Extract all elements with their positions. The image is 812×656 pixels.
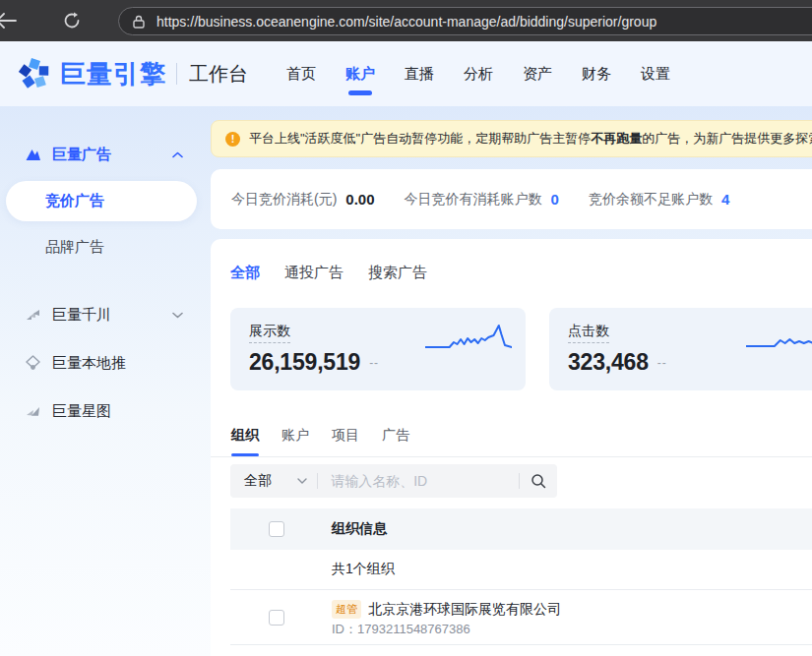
today-stats-bar: 今日竞价消耗(元) 0.00 今日竞价有消耗账户数 0 竞价余额不足账户数 4 [211, 169, 812, 229]
sidebar-item-qianchuan[interactable]: 巨量千川 [0, 295, 207, 334]
column-header-org-info: 组织信息 [332, 520, 387, 538]
tab-all[interactable]: 全部 [230, 264, 260, 282]
browser-refresh-icon[interactable] [59, 8, 85, 33]
metric-delta: -- [369, 356, 379, 370]
sidebar-item-brand-ad[interactable]: 品牌广告 [0, 227, 207, 268]
chevron-down-icon [297, 478, 307, 484]
overview-card: 全部 通投广告 搜索广告 展示数 26,159,519 -- 点击数 323,4… [211, 239, 812, 656]
tab-account[interactable]: 账户 [281, 421, 310, 456]
metric-card-clicks[interactable]: 点击数 323,468 -- [549, 308, 812, 390]
notice-banner: ! 平台上线"活跃度低"广告自动暂停功能，定期帮助广告主暂停不再跑量的广告，为新… [211, 120, 812, 157]
chevron-down-icon [172, 312, 183, 319]
entity-tabs: 组织 账户 项目 广告 [211, 421, 812, 457]
warning-icon: ! [225, 132, 240, 147]
organization-name[interactable]: 北京京港环球国际展览有限公司 [368, 601, 561, 619]
url-text: https://business.oceanengine.com/site/ac… [156, 14, 656, 30]
stat-value: 4 [721, 191, 729, 208]
sidebar-item-label: 巨量本地推 [52, 354, 126, 373]
lock-icon [133, 15, 145, 29]
sidebar-item-bidding-ad[interactable]: 竞价广告 [6, 181, 197, 221]
metric-value: 26,159,519 [249, 349, 360, 376]
stat-low-balance-accounts: 竞价余额不足账户数 4 [589, 191, 729, 209]
search-button[interactable] [520, 464, 557, 498]
sidebar-item-local-push[interactable]: 巨量本地推 [0, 343, 207, 383]
page: https://business.oceanengine.com/site/ac… [0, 0, 812, 656]
metric-card-impressions[interactable]: 展示数 26,159,519 -- [230, 308, 526, 390]
main-content: ! 平台上线"活跃度低"广告自动暂停功能，定期帮助广告主暂停不再跑量的广告，为新… [211, 106, 812, 656]
stat-label: 今日竞价有消耗账户数 [405, 191, 542, 209]
tab-search-ads[interactable]: 搜索广告 [368, 264, 427, 282]
super-admin-badge: 超管 [332, 600, 361, 619]
stat-accounts-with-cost: 今日竞价有消耗账户数 0 [405, 191, 559, 209]
workspace-title: 工作台 [189, 61, 248, 88]
brand-logo[interactable]: 巨量引擎 工作台 [16, 55, 248, 92]
star-map-icon [25, 403, 41, 420]
select-all-checkbox[interactable] [269, 521, 284, 537]
impressions-sparkline [425, 323, 512, 352]
sidebar-item-label: 巨量星图 [52, 402, 111, 421]
address-bar[interactable]: https://business.oceanengine.com/site/ac… [118, 7, 812, 35]
oceanengine-logo-icon [16, 55, 53, 92]
metric-label: 展示数 [249, 323, 290, 343]
brand-name: 巨量引擎 [60, 57, 166, 91]
sidebar-item-label: 巨量千川 [52, 306, 111, 325]
tab-feed-ads[interactable]: 通投广告 [284, 264, 344, 282]
sidebar-item-label: 竞价广告 [45, 192, 104, 210]
table-row: 超管 北京京港环球国际展览有限公司 ID：1793211548767386 [230, 590, 812, 645]
browser-back-icon[interactable] [0, 8, 19, 33]
organization-id: ID：1793211548767386 [332, 621, 470, 638]
tab-organization[interactable]: 组织 [230, 421, 260, 456]
app-header: 巨量引擎 工作台 首页 账户 直播 分析 资产 财务 设置 [0, 41, 812, 106]
clicks-sparkline [746, 323, 812, 352]
sidebar-item-star-map[interactable]: 巨量星图 [0, 391, 207, 431]
stat-value: 0.00 [345, 191, 374, 208]
nav-item-account[interactable]: 账户 [331, 55, 390, 93]
ad-section-icon [25, 147, 41, 163]
local-push-icon [25, 355, 41, 372]
sidebar-item-juliang-ad[interactable]: 巨量广告 [0, 135, 207, 174]
nav-item-home[interactable]: 首页 [272, 55, 331, 93]
search-filter-bar: 全部 [230, 464, 557, 498]
chevron-up-icon [172, 151, 183, 158]
workspace: 巨量广告 竞价广告 品牌广告 巨量千川 巨量本地推 巨量星图 [0, 106, 812, 656]
nav-item-finance[interactable]: 财务 [567, 55, 626, 93]
table-header-row: 组织信息 [230, 508, 812, 550]
row-checkbox[interactable] [269, 610, 284, 626]
stat-label: 竞价余额不足账户数 [589, 191, 713, 209]
stat-label: 今日竞价消耗(元) [231, 191, 337, 209]
sidebar-item-label: 巨量广告 [52, 146, 111, 164]
sidebar-item-label: 品牌广告 [45, 238, 104, 257]
nav-item-analysis[interactable]: 分析 [449, 55, 508, 93]
table-summary-row: 共1个组织 [230, 550, 812, 590]
scope-tabs: 全部 通投广告 搜索广告 [230, 264, 452, 282]
brand-divider [176, 63, 177, 85]
metric-delta: -- [657, 356, 667, 370]
tab-project[interactable]: 项目 [331, 421, 360, 456]
sidebar: 巨量广告 竞价广告 品牌广告 巨量千川 巨量本地推 巨量星图 [0, 106, 207, 656]
nav-item-assets[interactable]: 资产 [508, 55, 567, 93]
search-icon [531, 473, 546, 489]
nav-item-settings[interactable]: 设置 [626, 55, 685, 93]
qianchuan-icon [25, 307, 41, 324]
stat-today-cost: 今日竞价消耗(元) 0.00 [231, 191, 375, 209]
search-input[interactable] [318, 473, 519, 489]
top-nav: 首页 账户 直播 分析 资产 财务 设置 [272, 55, 685, 93]
nav-item-live[interactable]: 直播 [390, 55, 449, 93]
browser-toolbar: https://business.oceanengine.com/site/ac… [0, 0, 812, 41]
tab-ad[interactable]: 广告 [381, 421, 410, 456]
metric-value: 323,468 [568, 349, 649, 376]
stat-value: 0 [551, 191, 559, 208]
org-count-text: 共1个组织 [332, 561, 395, 578]
filter-type-dropdown[interactable]: 全部 [230, 472, 317, 490]
notice-text: 平台上线"活跃度低"广告自动暂停功能，定期帮助广告主暂停不再跑量的广告，为新广告… [249, 130, 812, 148]
metric-label: 点击数 [568, 323, 609, 343]
dropdown-value: 全部 [244, 472, 272, 490]
